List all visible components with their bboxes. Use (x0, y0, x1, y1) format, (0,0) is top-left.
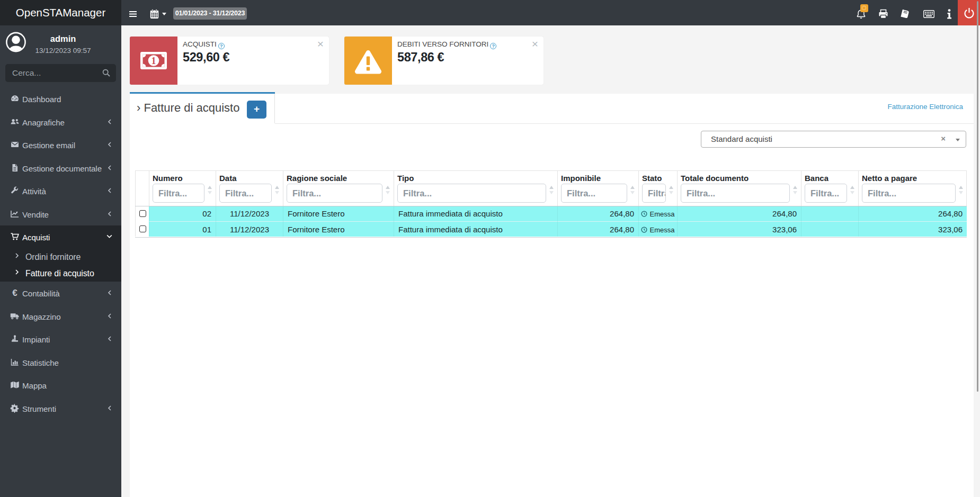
svg-text:1: 1 (152, 56, 156, 66)
